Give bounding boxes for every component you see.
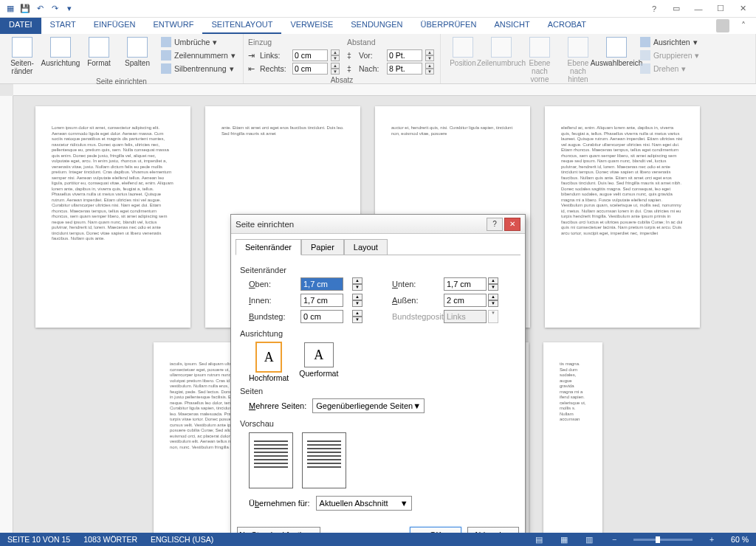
collapse-ribbon-icon[interactable]: ˄ xyxy=(737,19,750,32)
dialog-tab-layout[interactable]: Layout xyxy=(344,239,388,255)
spinner-icon[interactable]: ▲▼ xyxy=(331,49,340,61)
tab-review[interactable]: ÜBERPRÜFEN xyxy=(412,18,486,34)
zoom-level[interactable]: 60 % xyxy=(731,535,749,544)
status-page[interactable]: SEITE 10 VON 15 xyxy=(7,535,70,544)
spinner-icon[interactable]: ▲▼ xyxy=(352,294,362,307)
label-multiple-pages: Mehrere Seiten: xyxy=(249,401,306,410)
input-bottom-margin[interactable] xyxy=(444,277,487,291)
spinner-icon[interactable]: ▲▼ xyxy=(352,277,362,291)
spinner-icon[interactable]: ▲▼ xyxy=(425,63,434,75)
cancel-button[interactable]: Abbrechen xyxy=(467,527,519,533)
group-arrange: Position Zeilenumbruch Ebene nach vorne … xyxy=(441,34,756,83)
wrap-text-button[interactable]: Zeilenumbruch xyxy=(484,35,519,85)
dialog-tab-margins[interactable]: Seitenränder xyxy=(236,239,301,255)
spinner-icon[interactable]: ▲▼ xyxy=(425,49,434,61)
tab-start[interactable]: START xyxy=(41,18,85,34)
input-inner-margin[interactable] xyxy=(300,294,343,307)
dialog-help-icon[interactable]: ? xyxy=(487,218,503,231)
spinner-icon[interactable]: ▲▼ xyxy=(331,63,340,75)
title-bar: ▦ 💾 ↶ ↷ ▾ ? ▭ — ☐ ✕ xyxy=(0,0,756,18)
section-orientation: Ausrichtung xyxy=(240,329,516,338)
spinner-icon[interactable]: ▲▼ xyxy=(488,277,498,291)
label-gutter-position: Bundstegposition: xyxy=(392,312,444,321)
tab-acrobat[interactable]: ACROBAT xyxy=(539,18,595,34)
tab-page-layout[interactable]: SEITENLAYOUT xyxy=(202,18,281,34)
dialog-title: Seite einrichten xyxy=(236,220,294,229)
selection-pane-button[interactable]: Auswahlbereich xyxy=(599,35,634,85)
label-top: Oben: xyxy=(249,280,300,288)
input-top-margin[interactable] xyxy=(300,277,343,291)
position-button[interactable]: Position xyxy=(445,35,481,85)
view-web-icon[interactable]: ▥ xyxy=(583,534,595,545)
set-default-button[interactable]: Als Standard festlegen xyxy=(237,527,320,533)
indent-left-input[interactable] xyxy=(292,49,328,61)
group-page-setup: Seiten- ränder Ausrichtung Format Spalte… xyxy=(0,34,244,83)
select-apply-to[interactable]: Aktuellen Abschnitt▼ xyxy=(316,496,412,511)
ribbon-tabs: DATEI START EINFÜGEN ENTWURF SEITENLAYOU… xyxy=(0,18,756,34)
tab-view[interactable]: ANSICHT xyxy=(485,18,538,34)
input-outer-margin[interactable] xyxy=(444,294,487,307)
tab-file[interactable]: DATEI xyxy=(0,18,41,34)
minimize-icon[interactable]: — xyxy=(688,1,709,16)
user-avatar[interactable] xyxy=(716,19,729,32)
margins-button[interactable]: Seiten- ränder xyxy=(4,35,40,77)
send-backward-button[interactable]: Ebene nach hinten xyxy=(560,35,596,85)
label-bottom: Unten: xyxy=(392,280,444,288)
spacing-header: Abstand xyxy=(347,35,436,49)
view-read-icon[interactable]: ▤ xyxy=(533,534,545,545)
rotate-button[interactable]: Drehen ▾ xyxy=(637,62,703,75)
spacing-before-input[interactable] xyxy=(387,49,422,61)
orientation-landscape[interactable]: A Querformat xyxy=(299,342,338,382)
tab-mailings[interactable]: SENDUNGEN xyxy=(342,18,411,34)
ok-button[interactable]: OK xyxy=(410,527,461,533)
dialog-titlebar[interactable]: Seite einrichten ? ✕ xyxy=(231,215,525,234)
columns-button[interactable]: Spalten xyxy=(120,35,155,77)
word-icon: ▦ xyxy=(4,3,16,15)
view-print-icon[interactable]: ▦ xyxy=(558,534,570,545)
zoom-in-icon[interactable]: + xyxy=(706,534,718,545)
status-word-count[interactable]: 1083 WÖRTER xyxy=(83,535,137,544)
undo-icon[interactable]: ↶ xyxy=(34,3,46,15)
dialog-tabs: Seitenränder Papier Layout xyxy=(231,234,525,255)
align-button[interactable]: Ausrichten ▾ xyxy=(637,35,703,49)
size-button[interactable]: Format xyxy=(81,35,117,77)
spinner-icon[interactable]: ▲▼ xyxy=(488,294,498,307)
status-language[interactable]: ENGLISCH (USA) xyxy=(151,535,213,544)
zoom-slider[interactable] xyxy=(633,539,693,541)
tab-insert[interactable]: EINFÜGEN xyxy=(85,18,145,34)
label-inner: Innen: xyxy=(249,296,300,305)
input-gutter[interactable] xyxy=(300,310,343,323)
close-icon[interactable]: ✕ xyxy=(732,1,753,16)
page-setup-dialog: Seite einrichten ? ✕ Seitenränder Papier… xyxy=(230,214,526,533)
ribbon-display-icon[interactable]: ▭ xyxy=(666,1,687,16)
preview-pane xyxy=(249,432,516,488)
spacing-after-input[interactable] xyxy=(387,63,422,75)
qat-customize-icon[interactable]: ▾ xyxy=(63,3,75,15)
zoom-out-icon[interactable]: − xyxy=(608,534,620,545)
help-icon[interactable]: ? xyxy=(644,1,664,16)
select-multiple-pages[interactable]: Gegenüberliegende Seiten▼ xyxy=(312,398,425,413)
bring-forward-button[interactable]: Ebene nach vorne xyxy=(522,35,557,85)
spinner-icon[interactable]: ▲▼ xyxy=(352,310,362,323)
hyphenation-button[interactable]: Silbentrennung ▾ xyxy=(158,62,238,75)
section-margins: Seitenränder xyxy=(240,266,516,274)
label-gutter: Bundsteg: xyxy=(249,312,300,321)
tab-design[interactable]: ENTWURF xyxy=(144,18,202,34)
group-button[interactable]: Gruppieren ▾ xyxy=(637,49,703,62)
indent-right-input[interactable] xyxy=(292,63,328,75)
dialog-tab-paper[interactable]: Papier xyxy=(301,239,344,255)
tab-references[interactable]: VERWEISE xyxy=(281,18,342,34)
dialog-close-icon[interactable]: ✕ xyxy=(504,218,520,231)
orientation-portrait[interactable]: A Hochformat xyxy=(249,342,289,382)
indent-header: Einzug xyxy=(248,35,344,49)
orientation-button[interactable]: Ausrichtung xyxy=(43,35,78,77)
breaks-button[interactable]: Umbrüche ▾ xyxy=(158,35,238,49)
maximize-icon[interactable]: ☐ xyxy=(710,1,731,16)
line-numbers-button[interactable]: Zeilennummern ▾ xyxy=(158,49,238,62)
save-icon[interactable]: 💾 xyxy=(19,3,31,15)
section-pages: Seiten xyxy=(240,387,516,395)
ribbon: Seiten- ränder Ausrichtung Format Spalte… xyxy=(0,34,756,84)
group-paragraph: Einzug ⇥Links:▲▼ ⇤Rechts:▲▼ Abstand ‡Vor… xyxy=(244,34,441,83)
label-apply-to: Übernehmen für: xyxy=(249,499,310,508)
redo-icon[interactable]: ↷ xyxy=(49,3,61,15)
